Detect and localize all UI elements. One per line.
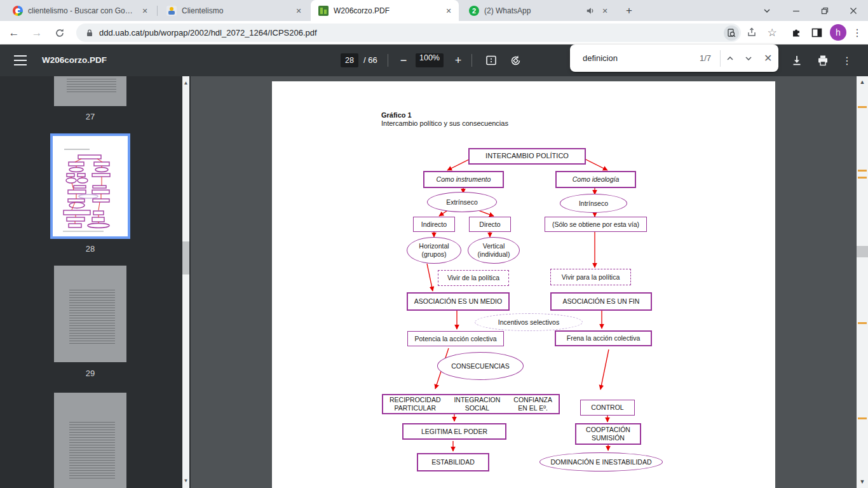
tab-search-button[interactable] bbox=[756, 0, 778, 21]
find-match-marker bbox=[858, 106, 867, 108]
whatsapp-favicon-icon: 2 bbox=[469, 6, 479, 16]
node-asociacion-es-un-fin: ASOCIACIÓN ES UN FIN bbox=[550, 292, 652, 311]
find-close-button[interactable]: ✕ bbox=[757, 44, 778, 72]
node-vivir-para-la-politica: Vivir para la política bbox=[550, 269, 631, 285]
fit-page-button[interactable] bbox=[484, 53, 498, 67]
find-next-button[interactable] bbox=[739, 44, 757, 72]
tab-whatsapp[interactable]: 2 (2) WhatsApp ✕ bbox=[461, 0, 615, 21]
node-cooptacion-sumision: COOPTACIÓNSUMISIÓN bbox=[575, 423, 641, 445]
find-match-marker bbox=[858, 417, 867, 419]
browser-window: clientelismo - Buscar con Google ✕ Clien… bbox=[0, 0, 868, 488]
node-vivir-de-la-politica: Vivir de la política bbox=[438, 270, 509, 286]
node-frena-accion-colectiva: Frena la acción colectiva bbox=[555, 330, 652, 346]
share-icon bbox=[747, 27, 757, 37]
chevron-down-icon bbox=[763, 7, 771, 15]
pdf-more-button[interactable]: ⋮ bbox=[840, 53, 854, 67]
node-indirecto: Indirecto bbox=[413, 217, 455, 232]
thumbnail-label: 29 bbox=[54, 369, 126, 378]
find-in-page-active[interactable] bbox=[724, 25, 739, 41]
tab-close-icon[interactable]: ✕ bbox=[294, 6, 304, 16]
sidebar-scrollbar-thumb[interactable] bbox=[182, 241, 189, 274]
reload-icon bbox=[55, 28, 65, 38]
back-button[interactable]: ← bbox=[5, 24, 23, 42]
address-bar: ← → ddd.uab.cat/pub/worpap/2002/hdl_2072… bbox=[0, 21, 868, 44]
toolbar-divider bbox=[471, 54, 472, 67]
find-match-marker bbox=[858, 177, 867, 179]
node-control: CONTROL bbox=[580, 400, 635, 416]
new-tab-button[interactable]: + bbox=[621, 3, 637, 18]
scroll-down-icon[interactable]: ▼ bbox=[182, 477, 189, 485]
pdf-menu-button[interactable] bbox=[14, 55, 27, 65]
close-icon bbox=[850, 7, 857, 15]
tab-audio-icon[interactable] bbox=[586, 6, 595, 15]
node-solo-por-esta-via: (Sólo se obtiene por esta vía) bbox=[545, 217, 647, 232]
node-horizontal-grupos: Horizontal(grupos) bbox=[407, 237, 461, 264]
zoom-in-button[interactable]: + bbox=[451, 53, 465, 67]
zoom-out-button[interactable]: − bbox=[397, 53, 410, 67]
thumbnail-page-30[interactable] bbox=[54, 393, 126, 488]
sidebar-scrollbar[interactable]: ▲ ▼ bbox=[182, 76, 189, 488]
tab-close-icon[interactable]: ✕ bbox=[444, 6, 454, 16]
node-como-instrumento: Como instrumento bbox=[423, 171, 504, 188]
find-input[interactable] bbox=[581, 53, 696, 64]
minimize-button[interactable] bbox=[785, 0, 807, 21]
scroll-up-icon[interactable]: ▲ bbox=[182, 79, 189, 88]
chevron-up-icon bbox=[726, 55, 734, 62]
tab-pdf-active[interactable]: W206corzo.PDF ✕ bbox=[311, 0, 459, 21]
tab-title: W206corzo.PDF bbox=[334, 6, 438, 15]
url-omnibox[interactable]: ddd.uab.cat/pub/worpap/2002/hdl_2072_126… bbox=[76, 24, 741, 42]
pdf-favicon-icon bbox=[318, 6, 329, 16]
main-scrollbar-thumb[interactable] bbox=[857, 246, 868, 257]
pdf-page-28: Gráfico 1 Intercambio político y sus con… bbox=[272, 81, 775, 488]
node-legitima-el-poder: LEGITIMA EL PODER bbox=[402, 423, 506, 440]
tab-google-search[interactable]: clientelismo - Buscar con Google ✕ bbox=[5, 0, 155, 21]
thumbnail-text-lines bbox=[69, 290, 115, 346]
restore-icon bbox=[821, 7, 829, 15]
google-favicon-icon bbox=[13, 6, 23, 16]
tab-close-icon[interactable]: ✕ bbox=[600, 6, 610, 16]
find-match-marker bbox=[858, 170, 867, 172]
thumbnail-diagram-preview bbox=[53, 136, 128, 236]
node-potencia-accion-colectiva: Potencia la acción colectiva bbox=[407, 331, 504, 346]
thumbnail-sidebar: 27 bbox=[0, 76, 191, 488]
main-scrollbar[interactable]: ▲ ▼ bbox=[857, 76, 868, 488]
zoom-level[interactable]: 100% bbox=[416, 53, 444, 67]
bookmark-star-button[interactable]: ☆ bbox=[765, 25, 779, 39]
url-text: ddd.uab.cat/pub/worpap/2002/hdl_2072_126… bbox=[99, 28, 317, 37]
restore-button[interactable] bbox=[814, 0, 836, 21]
thumbnail-label: 28 bbox=[54, 244, 126, 254]
node-directo: Directo bbox=[469, 217, 511, 232]
node-asociacion-es-un-medio: ASOCIACIÓN ES UN MEDIO bbox=[407, 292, 510, 311]
node-vertical-individual: Vertical(individual) bbox=[468, 237, 520, 264]
browser-menu-button[interactable]: ⋮ bbox=[850, 25, 864, 39]
thumbnail-page-29[interactable] bbox=[54, 266, 126, 362]
print-icon bbox=[817, 55, 829, 66]
close-window-button[interactable] bbox=[843, 0, 864, 21]
download-button[interactable] bbox=[790, 53, 804, 67]
reload-button[interactable] bbox=[51, 24, 69, 42]
find-previous-button[interactable] bbox=[721, 44, 739, 72]
find-bar: 1/7 ✕ bbox=[570, 44, 778, 72]
print-button[interactable] bbox=[816, 53, 830, 67]
minimize-icon bbox=[792, 7, 800, 15]
lock-icon[interactable] bbox=[85, 29, 94, 37]
thumbnail-page-27[interactable] bbox=[54, 76, 126, 106]
node-resultados: RECIPROCIDADPARTICULARINTEGRACIONSOCIALC… bbox=[382, 394, 560, 414]
tab-close-icon[interactable]: ✕ bbox=[140, 6, 150, 16]
extensions-button[interactable] bbox=[789, 25, 803, 39]
node-consecuencias: CONSECUENCIAS bbox=[437, 352, 524, 380]
tab-title: clientelismo - Buscar con Google bbox=[28, 6, 135, 15]
node-estabilidad: ESTABILIDAD bbox=[417, 453, 489, 471]
scroll-up-icon[interactable]: ▲ bbox=[857, 78, 868, 87]
rotate-button[interactable] bbox=[508, 53, 522, 67]
share-button[interactable] bbox=[745, 25, 759, 39]
forward-button[interactable]: → bbox=[28, 24, 46, 42]
scroll-down-icon[interactable]: ▼ bbox=[857, 477, 868, 487]
thumbnail-page-28-selected[interactable] bbox=[50, 133, 130, 239]
page-total: / 66 bbox=[363, 44, 377, 76]
profile-avatar[interactable]: h bbox=[830, 24, 846, 41]
tab-clientelismo[interactable]: Clientelismo ✕ bbox=[159, 0, 309, 21]
page-number-input[interactable] bbox=[341, 53, 358, 67]
side-panel-button[interactable] bbox=[810, 25, 824, 39]
chevron-down-icon bbox=[745, 55, 752, 62]
